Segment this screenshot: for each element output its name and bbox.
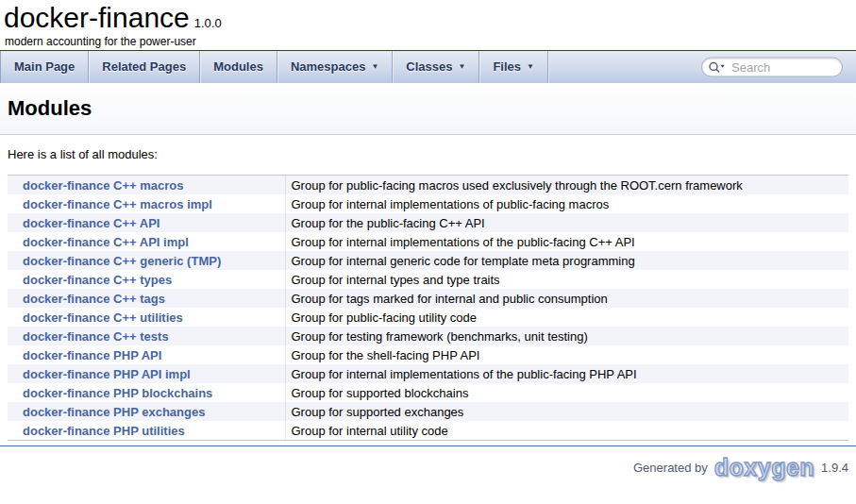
tab-label: Related Pages xyxy=(102,59,186,74)
module-row: docker-finance C++ generic (TMP)Group fo… xyxy=(8,251,848,270)
module-description: Group for internal utility code xyxy=(285,421,848,440)
module-row: docker-finance C++ APIGroup for the publ… xyxy=(8,213,848,232)
module-entry-cell: docker-finance C++ generic (TMP) xyxy=(8,251,285,270)
module-link[interactable]: docker-finance C++ macros xyxy=(23,178,184,193)
module-row: docker-finance C++ macros implGroup for … xyxy=(8,194,848,213)
module-entry-cell: docker-finance C++ API xyxy=(8,213,285,232)
module-row: docker-finance PHP blockchainsGroup for … xyxy=(8,383,848,402)
module-description: Group for the shell-facing PHP API xyxy=(285,345,848,364)
module-row: docker-finance PHP utilitiesGroup for in… xyxy=(8,421,848,440)
search-input[interactable] xyxy=(730,59,834,76)
module-description: Group for public-facing utility code xyxy=(285,308,848,327)
module-description: Group for internal generic code for temp… xyxy=(285,251,848,270)
doxygen-logo[interactable]: doxygen xyxy=(714,454,814,481)
tab-link[interactable]: Files▼ xyxy=(479,51,547,83)
page-title: Modules xyxy=(8,96,848,120)
page-header-band: Modules xyxy=(0,83,856,135)
module-description: Group for tags marked for internal and p… xyxy=(285,289,848,308)
main-nav-bar: Main PageRelated PagesModulesNamespaces▼… xyxy=(0,50,856,83)
tab-classes[interactable]: Classes▼ xyxy=(393,51,479,83)
module-description: Group for supported blockchains xyxy=(285,383,848,402)
module-link[interactable]: docker-finance C++ macros impl xyxy=(23,197,212,211)
module-link[interactable]: docker-finance PHP API xyxy=(23,348,161,362)
tab-link[interactable]: Modules xyxy=(200,51,277,83)
module-link[interactable]: docker-finance C++ generic (TMP) xyxy=(23,254,221,268)
module-row: docker-finance PHP exchangesGroup for su… xyxy=(8,402,848,421)
module-entry-cell: docker-finance C++ macros xyxy=(8,176,285,194)
module-description: Group for testing framework (benchmarks,… xyxy=(285,327,848,345)
tab-link[interactable]: Main Page xyxy=(1,51,88,83)
module-entry-cell: docker-finance PHP utilities xyxy=(8,421,285,440)
project-version: 1.0.0 xyxy=(194,16,222,30)
tab-namespaces[interactable]: Namespaces▼ xyxy=(277,51,393,83)
module-entry-cell: docker-finance C++ tests xyxy=(8,327,285,345)
module-entry-cell: docker-finance C++ types xyxy=(8,270,285,289)
modules-directory: docker-finance C++ macrosGroup for publi… xyxy=(8,175,848,441)
doxygen-modules-page: { "header": { "project_name": "docker-fi… xyxy=(0,0,856,504)
module-entry-cell: docker-finance PHP blockchains xyxy=(8,383,285,402)
tab-label: Main Page xyxy=(14,59,75,74)
module-entry-cell: docker-finance C++ tags xyxy=(8,289,285,308)
search-icon[interactable] xyxy=(708,60,726,74)
module-link[interactable]: docker-finance C++ API xyxy=(23,216,159,230)
chevron-down-icon: ▼ xyxy=(527,62,534,71)
footer: Generated by doxygen 1.9.4 xyxy=(0,446,856,481)
module-description: Group for public-facing macros used excl… xyxy=(285,176,848,194)
module-description: Group for internal implementations of th… xyxy=(285,364,848,383)
module-row: docker-finance C++ typesGroup for intern… xyxy=(8,270,848,289)
module-entry-cell: docker-finance PHP API impl xyxy=(8,364,285,383)
chevron-down-icon: ▼ xyxy=(458,62,465,71)
module-link[interactable]: docker-finance PHP blockchains xyxy=(23,386,212,400)
generator-version: 1.9.4 xyxy=(821,461,848,475)
intro-text: Here is a list of all modules: xyxy=(8,147,848,161)
module-row: docker-finance C++ testsGroup for testin… xyxy=(8,327,848,345)
module-row: docker-finance C++ tagsGroup for tags ma… xyxy=(8,289,848,308)
module-description: Group for internal types and type traits xyxy=(285,270,848,289)
search-box[interactable] xyxy=(701,58,843,77)
module-row: docker-finance C++ utilitiesGroup for pu… xyxy=(8,308,848,327)
tab-label: Classes xyxy=(406,59,452,74)
title-area: docker-finance1.0.0 modern accounting fo… xyxy=(0,0,856,50)
tab-related-pages[interactable]: Related Pages xyxy=(89,51,200,83)
tab-label: Namespaces xyxy=(291,59,366,74)
module-description: Group for internal implementations of th… xyxy=(285,232,848,251)
module-row: docker-finance PHP API implGroup for int… xyxy=(8,364,848,383)
generated-by-label: Generated by xyxy=(633,461,708,475)
project-name-row: docker-finance1.0.0 xyxy=(4,2,856,34)
module-link[interactable]: docker-finance PHP API impl xyxy=(23,367,191,381)
module-row: docker-finance C++ API implGroup for int… xyxy=(8,232,848,251)
tab-modules[interactable]: Modules xyxy=(200,51,277,83)
module-description: Group for internal implementations of pu… xyxy=(285,194,848,213)
module-description: Group for supported exchanges xyxy=(285,402,848,421)
module-entry-cell: docker-finance PHP API xyxy=(8,345,285,364)
project-name: docker-finance xyxy=(4,2,190,33)
tab-label: Modules xyxy=(213,59,263,74)
module-link[interactable]: docker-finance C++ tests xyxy=(23,329,169,344)
module-entry-cell: docker-finance PHP exchanges xyxy=(8,402,285,421)
tab-link[interactable]: Classes▼ xyxy=(393,51,478,83)
module-link[interactable]: docker-finance PHP exchanges xyxy=(23,405,205,419)
module-link[interactable]: docker-finance C++ API impl xyxy=(23,235,189,249)
tab-files[interactable]: Files▼ xyxy=(479,51,548,83)
module-row: docker-finance PHP APIGroup for the shel… xyxy=(8,345,848,364)
module-entry-cell: docker-finance C++ API impl xyxy=(8,232,285,251)
module-link[interactable]: docker-finance C++ types xyxy=(23,273,172,287)
tab-label: Files xyxy=(493,59,521,74)
tab-main-page[interactable]: Main Page xyxy=(1,51,89,83)
chevron-down-icon: ▼ xyxy=(371,62,378,71)
contents: Here is a list of all modules: docker-fi… xyxy=(8,147,848,441)
modules-table: docker-finance C++ macrosGroup for publi… xyxy=(8,176,848,440)
tab-link[interactable]: Related Pages xyxy=(89,51,199,83)
module-entry-cell: docker-finance C++ utilities xyxy=(8,308,285,327)
module-description: Group for the public-facing C++ API xyxy=(285,213,848,232)
project-brief: modern accounting for the power-user xyxy=(4,35,856,48)
module-link[interactable]: docker-finance C++ utilities xyxy=(23,311,183,325)
tab-link[interactable]: Namespaces▼ xyxy=(277,51,392,83)
module-entry-cell: docker-finance C++ macros impl xyxy=(8,194,285,213)
module-row: docker-finance C++ macrosGroup for publi… xyxy=(8,176,848,194)
module-link[interactable]: docker-finance C++ tags xyxy=(23,292,165,306)
module-link[interactable]: docker-finance PHP utilities xyxy=(23,424,185,438)
